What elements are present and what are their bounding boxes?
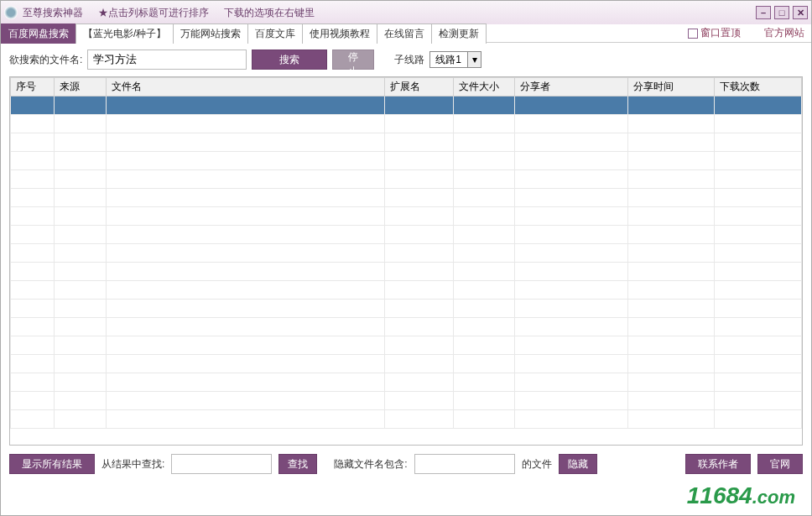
table-row[interactable] — [11, 336, 802, 355]
tab-feedback[interactable]: 在线留言 — [377, 23, 432, 44]
col-src[interactable]: 来源 — [54, 78, 106, 96]
find-button[interactable]: 查找 — [278, 454, 317, 474]
table-row[interactable] — [11, 226, 802, 244]
title-tip-download: 下载的选项在右键里 — [224, 6, 315, 20]
table-row[interactable] — [11, 152, 802, 170]
title-tip-sort: ★点击列标题可进行排序 — [98, 6, 209, 20]
pin-window-checkbox[interactable]: 窗口置顶 — [688, 26, 741, 40]
table-row[interactable] — [11, 189, 802, 207]
hide-label: 隐藏文件名包含: — [334, 457, 407, 472]
table-row[interactable] — [11, 133, 802, 152]
search-button[interactable]: 搜索 — [252, 50, 327, 70]
find-input[interactable] — [171, 454, 272, 474]
search-label: 欲搜索的文件名: — [9, 53, 82, 67]
tab-bar: 百度网盘搜索 【蓝光电影/种子】 万能网站搜索 百度文库 使用视频教程 在线留言… — [1, 24, 811, 43]
search-row: 欲搜索的文件名: 搜索 停止 子线路 ▾ — [9, 50, 803, 70]
search-input[interactable] — [87, 50, 247, 70]
minimize-button[interactable]: – — [756, 6, 771, 19]
maximize-button[interactable]: □ — [774, 6, 789, 19]
table-row[interactable] — [11, 170, 802, 189]
col-time[interactable]: 分享时间 — [627, 78, 715, 96]
watermark-main: 11684 — [687, 482, 752, 508]
table-row[interactable] — [11, 355, 802, 373]
tab-update[interactable]: 检测更新 — [431, 23, 487, 44]
thread-select[interactable] — [429, 51, 481, 68]
titlebar: 至尊搜索神器 ★点击列标题可进行排序 下载的选项在右键里 – □ ✕ — [1, 1, 811, 24]
contact-button[interactable]: 联系作者 — [685, 454, 751, 474]
close-button[interactable]: ✕ — [793, 6, 808, 19]
app-title: 至尊搜索神器 — [23, 6, 83, 20]
table-row[interactable] — [11, 115, 802, 133]
table-row[interactable] — [11, 410, 802, 429]
show-all-button[interactable]: 显示所有结果 — [9, 454, 95, 474]
watermark: 11684.com — [687, 482, 795, 509]
results-table[interactable]: 序号 来源 文件名 扩展名 文件大小 分享者 分享时间 下载次数 — [9, 76, 803, 446]
find-label: 从结果中查找: — [102, 457, 164, 472]
tab-baidu-pan[interactable]: 百度网盘搜索 — [1, 23, 76, 44]
col-size[interactable]: 文件大小 — [454, 78, 515, 96]
stop-button[interactable]: 停止 — [332, 50, 374, 70]
thread-label: 子线路 — [394, 53, 424, 67]
table-row[interactable] — [11, 300, 802, 318]
app-icon — [4, 6, 18, 19]
site-button[interactable]: 官网 — [757, 454, 803, 474]
official-site-link[interactable]: 官方网站 — [764, 26, 804, 40]
table-row[interactable] — [11, 318, 802, 336]
col-ext[interactable]: 扩展名 — [384, 78, 454, 96]
watermark-suffix: .com — [752, 487, 795, 508]
hide-suffix: 的文件 — [522, 457, 552, 472]
col-seq[interactable]: 序号 — [11, 78, 55, 96]
tab-universal[interactable]: 万能网站搜索 — [173, 23, 248, 44]
table-row[interactable] — [11, 392, 802, 410]
table-row[interactable] — [11, 373, 802, 392]
pin-window-label: 窗口置顶 — [700, 26, 741, 40]
col-sharer[interactable]: 分享者 — [515, 78, 628, 96]
table-row[interactable] — [11, 207, 802, 226]
tab-wenku[interactable]: 百度文库 — [247, 23, 303, 44]
hide-button[interactable]: 隐藏 — [559, 454, 597, 474]
table-row[interactable] — [11, 263, 802, 281]
col-name[interactable]: 文件名 — [106, 78, 384, 96]
tab-tutorial[interactable]: 使用视频教程 — [302, 23, 377, 44]
table-row[interactable] — [11, 281, 802, 300]
table-row[interactable] — [11, 96, 802, 115]
tab-bluray[interactable]: 【蓝光电影/种子】 — [75, 23, 174, 44]
footer-bar: 显示所有结果 从结果中查找: 查找 隐藏文件名包含: 的文件 隐藏 联系作者 官… — [9, 454, 803, 474]
table-row[interactable] — [11, 244, 802, 263]
col-dl[interactable]: 下载次数 — [715, 78, 802, 96]
title-text: 至尊搜索神器 ★点击列标题可进行排序 下载的选项在右键里 — [23, 6, 315, 20]
checkbox-icon — [688, 29, 698, 39]
hide-input[interactable] — [414, 454, 515, 474]
